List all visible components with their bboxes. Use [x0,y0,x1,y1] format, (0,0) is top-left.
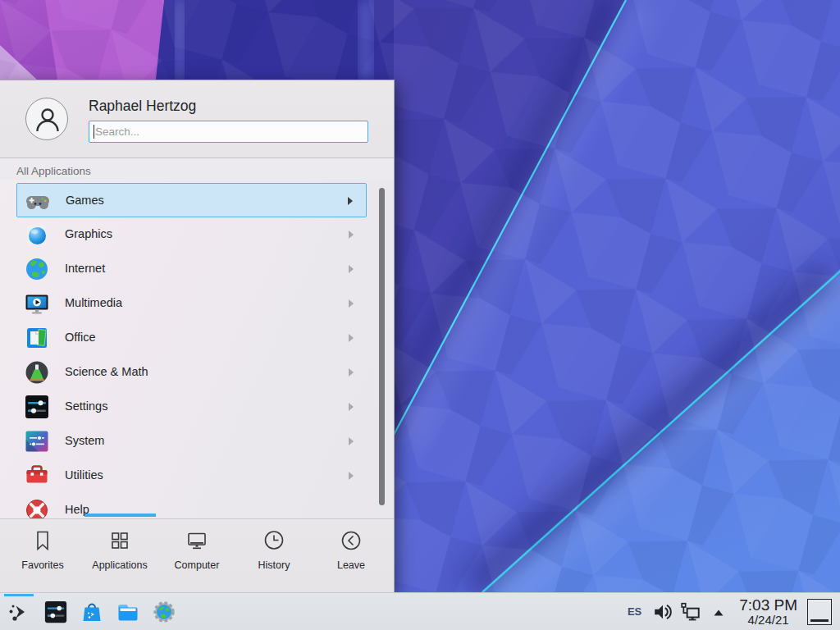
category-label: Settings [65,399,107,413]
show-desktop-icon [810,619,829,621]
user-name: Raphael Hertzog [89,98,196,115]
globe-icon [24,256,50,282]
category-item-utilities[interactable]: Utilities [16,459,367,493]
category-label: Graphics [65,227,112,240]
launcher-header: Raphael Hertzog [0,80,394,158]
category-item-settings[interactable]: Settings [16,390,367,424]
user-icon [34,106,62,134]
network-icon[interactable] [678,600,703,624]
volume-icon[interactable] [651,600,675,624]
scrollbar[interactable] [379,188,385,505]
section-label: All Applications [16,165,91,177]
category-item-multimedia[interactable]: Multimedia [16,286,367,321]
category-list: Games Graphics [0,180,394,518]
active-tab-indicator [84,514,156,517]
category-item-system[interactable]: System [16,424,367,459]
category-label: Internet [65,262,105,275]
active-task-indicator [4,594,34,596]
system-icon [24,428,50,454]
category-item-graphics[interactable]: Graphics [16,217,367,252]
leave-icon [339,528,363,556]
gamepad-icon [25,188,51,214]
tab-label: Leave [313,559,390,571]
keyboard-layout-indicator[interactable]: ES [620,605,649,618]
user-avatar[interactable] [25,98,68,140]
category-label: Utilities [65,468,103,482]
application-launcher-menu: Raphael Hertzog All Applications [0,80,395,592]
folder-icon [116,600,140,624]
tab-computer[interactable]: Computer [158,519,235,592]
settings-sliders-icon [24,394,50,420]
tab-label: Favorites [4,559,81,571]
submenu-arrow-icon [348,197,353,205]
tab-history[interactable]: History [235,519,313,592]
tab-favorites[interactable]: Favorites [4,519,81,592]
submenu-arrow-icon [349,437,354,445]
system-settings-button[interactable] [38,593,74,630]
multimedia-icon [24,290,50,317]
tab-label: Applications [81,559,158,571]
submenu-arrow-icon [349,231,354,239]
digital-clock[interactable]: 7:03 PM 4/24/21 [739,597,797,627]
submenu-arrow-icon [349,403,354,411]
search-input[interactable] [89,121,368,143]
bookmark-icon [30,528,55,556]
expand-tray-arrow-icon[interactable] [706,600,731,624]
tab-label: History [235,559,313,571]
category-item-help[interactable]: Help [16,493,367,518]
submenu-arrow-icon [349,299,354,308]
text-cursor [94,125,94,139]
globe-gear-icon [152,600,176,624]
system-settings-icon [43,600,68,624]
taskbar-panel: ES [0,592,840,630]
category-label: Office [65,331,96,344]
desktop: Raphael Hertzog All Applications [0,0,840,630]
system-tray: ES [620,593,840,630]
category-item-science-math[interactable]: Science & Math [16,355,367,390]
launcher-tab-bar: Favorites Applications [0,519,394,592]
category-item-internet[interactable]: Internet [16,252,367,286]
category-label: System [65,434,104,447]
discover-bag-icon [80,600,104,624]
kde-launcher-icon [7,600,31,624]
office-icon [24,325,50,351]
category-item-games[interactable]: Games [16,183,367,217]
lifebuoy-icon [24,497,50,518]
grid-icon [107,528,132,556]
konqueror-browser-button[interactable] [146,593,182,630]
tab-applications[interactable]: Applications [81,519,158,592]
clock-icon [262,528,286,556]
computer-icon [185,528,209,556]
show-desktop-button[interactable] [807,599,832,625]
tab-label: Computer [158,559,235,571]
submenu-arrow-icon [349,472,354,480]
file-manager-button[interactable] [110,593,146,630]
clock-date: 4/24/21 [739,614,797,627]
submenu-arrow-icon [349,265,354,273]
graphics-icon [24,221,50,248]
toolbox-icon [24,463,50,489]
category-label: Games [66,194,104,207]
category-label: Multimedia [65,296,122,309]
taskbar-apps [0,593,182,630]
flask-icon [24,359,50,386]
tab-leave[interactable]: Leave [313,519,390,592]
clock-time: 7:03 PM [739,597,797,614]
submenu-arrow-icon [349,368,354,377]
category-item-office[interactable]: Office [16,321,367,355]
submenu-arrow-icon [349,334,354,342]
application-launcher-button[interactable] [0,593,38,630]
discover-button[interactable] [74,593,110,630]
category-label: Science & Math [65,365,148,378]
